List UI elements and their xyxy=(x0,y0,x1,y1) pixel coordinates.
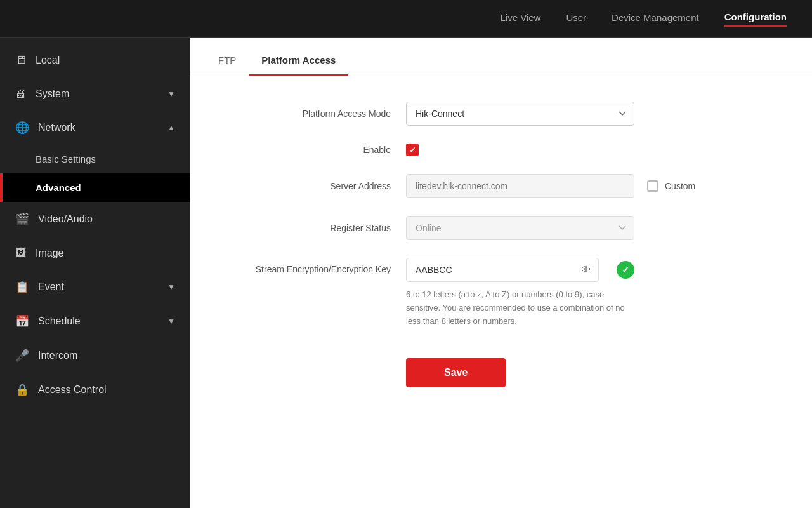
chevron-down-icon-schedule: ▼ xyxy=(167,317,175,326)
form-row-enable: Enable xyxy=(228,144,774,156)
sidebar-label-image: Image xyxy=(36,248,175,259)
server-address-label: Server Address xyxy=(228,181,406,191)
sidebar-label-local: Local xyxy=(36,55,175,66)
register-status-select[interactable]: Online xyxy=(406,216,634,240)
sidebar-item-image[interactable]: 🖼 Image xyxy=(0,236,190,270)
sidebar-item-basic-settings[interactable]: Basic Settings xyxy=(0,145,190,173)
stream-encryption-section: 👁 ✓ 6 to 12 letters (a to z, A to Z) or … xyxy=(406,258,634,328)
video-audio-icon: 🎬 xyxy=(15,212,29,226)
sidebar-label-video-audio: Video/Audio xyxy=(38,213,175,225)
enable-checkbox[interactable] xyxy=(406,144,419,156)
sidebar-label-basic-settings: Basic Settings xyxy=(36,154,96,164)
tab-ftp[interactable]: FTP xyxy=(206,46,249,76)
tab-platform-access[interactable]: Platform Access xyxy=(249,46,348,76)
sidebar-item-event[interactable]: 📋 Event ▼ xyxy=(0,270,190,304)
stream-encryption-label: Stream Encryption/Encryption Key xyxy=(228,258,406,274)
form-row-platform-access-mode: Platform Access Mode Hik-Connect ISUP xyxy=(228,102,774,126)
form-row-save: Save xyxy=(228,345,774,387)
nav-device-management[interactable]: Device Management xyxy=(612,12,699,25)
main-layout: 🖥 Local 🖨 System ▼ 🌐 Network ▲ Basic Set… xyxy=(0,38,812,508)
sidebar-item-advanced[interactable]: Advanced xyxy=(0,173,190,202)
sidebar-item-local[interactable]: 🖥 Local xyxy=(0,43,190,77)
image-icon: 🖼 xyxy=(15,246,27,260)
sidebar-label-system: System xyxy=(36,88,159,100)
custom-label: Custom xyxy=(665,181,695,191)
sidebar-label-access-control: Access Control xyxy=(38,384,175,396)
save-control: Save xyxy=(406,345,506,387)
platform-access-mode-label: Platform Access Mode xyxy=(228,109,406,119)
register-status-label: Register Status xyxy=(228,223,406,233)
sidebar-label-advanced: Advanced xyxy=(36,182,81,193)
form-row-register-status: Register Status Online xyxy=(228,216,774,240)
sidebar-item-system[interactable]: 🖨 System ▼ xyxy=(0,77,190,110)
success-circle: ✓ xyxy=(617,261,634,279)
enable-control xyxy=(406,144,634,156)
form-row-stream-encryption: Stream Encryption/Encryption Key 👁 ✓ 6 t… xyxy=(228,258,774,328)
sidebar-item-video-audio[interactable]: 🎬 Video/Audio xyxy=(0,202,190,236)
schedule-icon: 📅 xyxy=(15,314,29,328)
save-button[interactable]: Save xyxy=(406,358,506,387)
form-row-server-address: Server Address Custom xyxy=(228,174,774,198)
top-nav: Live View User Device Management Configu… xyxy=(0,0,812,38)
sidebar-label-event: Event xyxy=(38,281,159,293)
sidebar-item-access-control[interactable]: 🔒 Access Control xyxy=(0,373,190,407)
sidebar-label-intercom: Intercom xyxy=(38,350,175,361)
sidebar: 🖥 Local 🖨 System ▼ 🌐 Network ▲ Basic Set… xyxy=(0,38,190,508)
intercom-icon: 🎤 xyxy=(15,349,29,363)
network-icon: 🌐 xyxy=(15,121,29,135)
sidebar-item-network[interactable]: 🌐 Network ▲ xyxy=(0,110,190,145)
custom-wrapper: Custom xyxy=(647,180,695,192)
success-icon: ✓ xyxy=(617,261,634,279)
nav-configuration[interactable]: Configuration xyxy=(724,11,787,27)
sidebar-item-intercom[interactable]: 🎤 Intercom xyxy=(0,338,190,373)
eye-icon[interactable]: 👁 xyxy=(581,264,591,276)
nav-user[interactable]: User xyxy=(566,12,586,25)
chevron-up-icon: ▲ xyxy=(167,123,175,132)
content-area: FTP Platform Access Platform Access Mode… xyxy=(190,38,812,508)
access-control-icon: 🔒 xyxy=(15,383,29,397)
enable-checkbox-wrapper xyxy=(406,144,634,156)
custom-checkbox[interactable] xyxy=(647,180,658,192)
platform-access-mode-select[interactable]: Hik-Connect ISUP xyxy=(406,102,634,126)
nav-live-view[interactable]: Live View xyxy=(500,12,540,25)
event-icon: 📋 xyxy=(15,280,29,294)
enable-label: Enable xyxy=(228,145,406,155)
sidebar-label-schedule: Schedule xyxy=(38,316,159,327)
local-icon: 🖥 xyxy=(15,53,27,67)
system-icon: 🖨 xyxy=(15,87,27,100)
form-content: Platform Access Mode Hik-Connect ISUP En… xyxy=(190,76,812,508)
encryption-hint: 6 to 12 letters (a to z, A to Z) or numb… xyxy=(406,288,634,328)
server-address-control xyxy=(406,174,634,198)
sidebar-item-schedule[interactable]: 📅 Schedule ▼ xyxy=(0,304,190,338)
stream-encryption-control: 👁 xyxy=(406,258,599,282)
server-address-input[interactable] xyxy=(406,174,634,198)
register-status-control: Online xyxy=(406,216,634,240)
tab-bar: FTP Platform Access xyxy=(190,38,812,76)
stream-encryption-row: 👁 ✓ xyxy=(406,258,634,282)
chevron-down-icon: ▼ xyxy=(167,90,175,98)
sidebar-label-network: Network xyxy=(38,122,159,133)
chevron-down-icon-event: ▼ xyxy=(167,283,175,291)
platform-access-mode-control: Hik-Connect ISUP xyxy=(406,102,634,126)
stream-encryption-input[interactable] xyxy=(406,258,599,282)
